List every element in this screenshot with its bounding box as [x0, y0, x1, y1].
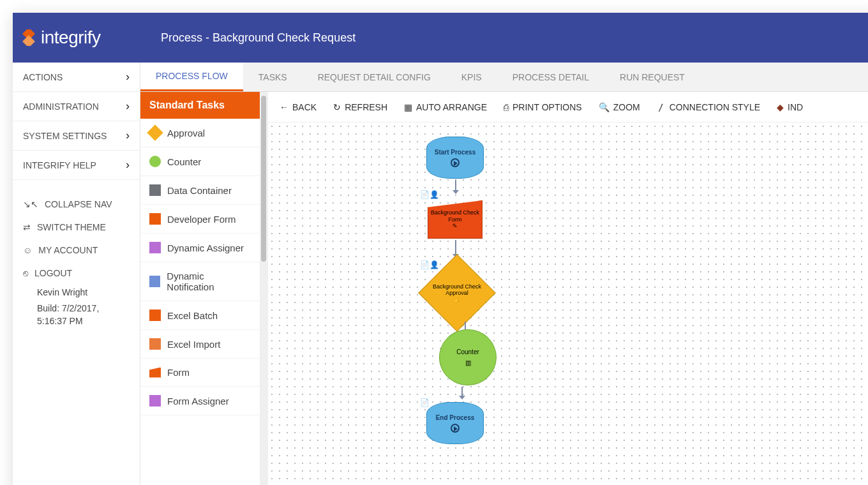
node-start-process[interactable]: Start Process — [426, 137, 484, 179]
nav-administration[interactable]: ADMINISTRATION› — [13, 92, 140, 121]
node-label: End Process — [436, 414, 475, 421]
chevron-right-icon: › — [126, 158, 130, 172]
scrollbar-thumb[interactable] — [261, 96, 266, 262]
palette-item-label: Developer Form — [167, 214, 236, 225]
nav-logout[interactable]: ⎋LOGOUT — [13, 262, 140, 285]
nav-switch-theme[interactable]: ⇄SWITCH THEME — [13, 216, 140, 239]
tab-label: PROCESS FLOW — [156, 71, 228, 81]
brand-logo[interactable]: integrify — [20, 27, 142, 48]
app-window: integrify Process - Background Check Req… — [13, 13, 868, 485]
developer-form-icon — [149, 213, 161, 225]
flow-arrow — [455, 180, 456, 191]
toolbar-label: ZOOM — [613, 102, 640, 112]
palette-item-label: Data Container — [167, 185, 232, 196]
node-counter[interactable]: Counter ▥ — [439, 329, 497, 385]
excel-import-icon — [149, 338, 161, 350]
nav-label: ADMINISTRATION — [23, 101, 99, 112]
form-icon — [149, 368, 161, 378]
nav-my-account[interactable]: ☺MY ACCOUNT — [13, 239, 140, 262]
node-label: Counter — [456, 348, 479, 355]
dynamic-notification-icon — [149, 276, 160, 287]
tab-kpis[interactable]: KPIS — [446, 63, 497, 91]
nav-link-label: MY ACCOUNT — [38, 245, 98, 255]
zoom-button[interactable]: 🔍ZOOM — [599, 102, 640, 112]
toolbar-label: AUTO ARRANGE — [416, 102, 487, 112]
node-end-process[interactable]: End Process — [426, 402, 484, 444]
indicator-button[interactable]: ◆IND — [777, 102, 803, 112]
nav-integrify-help[interactable]: INTEGRIFY HELP› — [13, 151, 140, 180]
flow-canvas[interactable]: Start Process 📄👤 Background Check Form ✎ — [268, 123, 868, 485]
nav-system-settings[interactable]: SYSTEM SETTINGS› — [13, 121, 140, 151]
node-background-check-form[interactable]: Background Check Form ✎ — [428, 200, 483, 239]
palette-scrollbar[interactable] — [260, 92, 267, 485]
current-user: Kevin Wright — [13, 285, 140, 299]
palette-item-form-assigner[interactable]: Form Assigner — [140, 387, 260, 415]
tab-label: RUN REQUEST — [620, 72, 685, 82]
palette-heading: Standard Tasks — [140, 92, 260, 119]
nav-collapse[interactable]: ↘↖COLLAPSE NAV — [13, 193, 140, 216]
back-arrow-icon: ← — [280, 102, 288, 112]
logout-icon: ⎋ — [23, 268, 28, 278]
palette-item-excel-batch[interactable]: Excel Batch — [140, 301, 260, 330]
palette-item-dynamic-notification[interactable]: Dynamic Notification — [140, 262, 260, 301]
node-background-check-approval[interactable]: Background Check Approval 👍 — [430, 265, 484, 320]
palette-item-label: Excel Batch — [167, 310, 218, 321]
task-palette: Standard Tasks Approval Counter Data Con… — [140, 92, 268, 485]
tab-bar: PROCESS FLOW TASKS REQUEST DETAIL CONFIG… — [140, 63, 868, 92]
nav-link-label: LOGOUT — [34, 268, 72, 278]
left-nav: ACTIONS› ADMINISTRATION› SYSTEM SETTINGS… — [13, 63, 140, 485]
flow-arrow — [461, 387, 463, 397]
tab-label: PROCESS DETAIL — [513, 72, 589, 82]
pencil-icon: ✎ — [453, 223, 458, 230]
dynamic-assigner-icon — [149, 242, 161, 253]
nav-actions[interactable]: ACTIONS› — [13, 63, 140, 92]
palette-item-dynamic-assigner[interactable]: Dynamic Assigner — [140, 234, 260, 262]
collapse-icon: ↘↖ — [23, 199, 38, 209]
toolbar-label: BACK — [292, 102, 317, 112]
toolbar-label: IND — [788, 102, 803, 112]
palette-item-label: Excel Import — [167, 339, 220, 350]
tab-label: REQUEST DETAIL CONFIG — [318, 72, 431, 82]
palette-item-data-container[interactable]: Data Container — [140, 176, 260, 205]
data-icon: ▥ — [465, 359, 471, 366]
tab-request-detail-config[interactable]: REQUEST DETAIL CONFIG — [303, 63, 446, 91]
chevron-right-icon: › — [126, 129, 130, 142]
palette-item-form[interactable]: Form — [140, 359, 260, 387]
palette-item-label: Form — [167, 367, 190, 378]
chevron-right-icon: › — [126, 70, 130, 84]
palette-item-counter[interactable]: Counter — [140, 147, 260, 176]
tab-label: KPIS — [461, 72, 482, 82]
excel-batch-icon — [149, 310, 161, 321]
palette-item-developer-form[interactable]: Developer Form — [140, 205, 260, 234]
brand-text: integrify — [41, 27, 101, 48]
svg-rect-1 — [22, 35, 35, 46]
print-options-button[interactable]: ⎙PRINT OPTIONS — [504, 102, 582, 112]
print-icon: ⎙ — [504, 102, 509, 112]
approval-icon — [147, 124, 163, 140]
connection-icon: 〳 — [657, 102, 666, 112]
palette-item-approval[interactable]: Approval — [140, 119, 260, 147]
nav-link-label: SWITCH THEME — [37, 222, 106, 232]
nav-link-label: COLLAPSE NAV — [45, 199, 112, 209]
shuffle-icon: ⇄ — [23, 222, 31, 232]
app-header: integrify Process - Background Check Req… — [13, 13, 868, 63]
connection-style-button[interactable]: 〳CONNECTION STYLE — [657, 102, 760, 112]
back-button[interactable]: ←BACK — [280, 102, 317, 112]
refresh-button[interactable]: ↻REFRESH — [333, 102, 387, 112]
counter-icon — [149, 156, 161, 167]
page-title: Process - Background Check Request — [161, 31, 355, 45]
nav-label: INTEGRIFY HELP — [23, 160, 96, 170]
tab-tasks[interactable]: TASKS — [243, 63, 303, 91]
palette-item-excel-import[interactable]: Excel Import — [140, 330, 260, 359]
tab-run-request[interactable]: RUN REQUEST — [604, 63, 700, 91]
palette-item-label: Form Assigner — [167, 396, 229, 407]
toolbar-label: CONNECTION STYLE — [670, 102, 760, 112]
account-icon: ☺ — [23, 245, 32, 255]
play-icon — [451, 424, 460, 433]
play-icon — [451, 158, 460, 167]
auto-arrange-button[interactable]: ▦AUTO ARRANGE — [404, 102, 487, 112]
palette-item-label: Dynamic Assigner — [167, 243, 244, 253]
tab-process-detail[interactable]: PROCESS DETAIL — [497, 63, 604, 91]
refresh-icon: ↻ — [333, 102, 341, 112]
tab-process-flow[interactable]: PROCESS FLOW — [140, 63, 243, 91]
